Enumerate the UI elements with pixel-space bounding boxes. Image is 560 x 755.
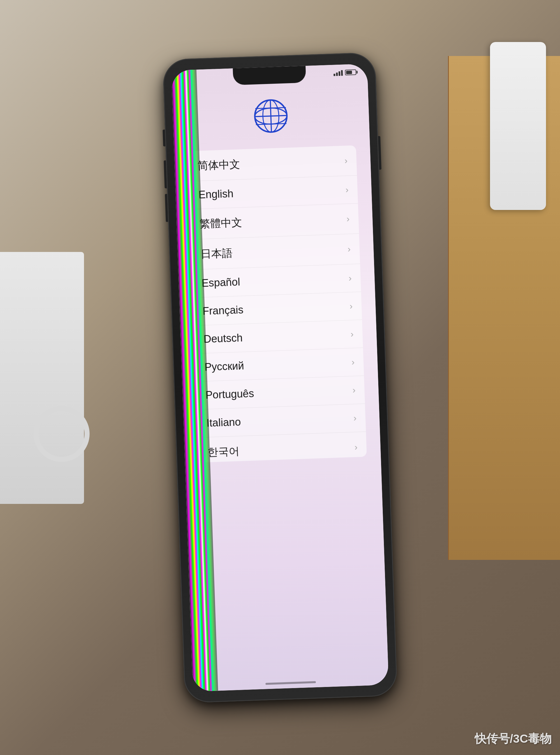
battery-fill bbox=[346, 70, 352, 74]
cable-area bbox=[28, 392, 98, 532]
language-name-russian: Русский bbox=[204, 360, 244, 373]
chevron-icon-6: › bbox=[350, 329, 354, 339]
language-name-french: Français bbox=[202, 304, 244, 317]
signal-bar-2 bbox=[336, 73, 338, 76]
language-name-simplified-chinese: 简体中文 bbox=[197, 157, 241, 173]
chevron-icon-10: › bbox=[355, 442, 358, 452]
language-name-portuguese: Português bbox=[205, 387, 254, 401]
language-name-korean: 한국어 bbox=[207, 444, 240, 460]
white-device-right bbox=[490, 42, 546, 210]
iphone-frame: 简体中文 › English › 繁體中文 › 日本語 › bbox=[162, 52, 398, 703]
iphone-screen: 简体中文 › English › 繁體中文 › 日本語 › bbox=[171, 64, 388, 691]
cable-coil bbox=[34, 406, 89, 462]
language-name-japanese: 日本語 bbox=[200, 246, 233, 261]
globe-icon bbox=[252, 97, 289, 135]
status-bar-right bbox=[334, 69, 356, 76]
iphone-device: 简体中文 › English › 繁體中文 › 日本語 › bbox=[162, 52, 398, 703]
language-list-container: 简体中文 › English › 繁體中文 › 日本語 › bbox=[188, 145, 374, 669]
signal-strength bbox=[334, 69, 343, 76]
language-item-traditional-chinese[interactable]: 繁體中文 › bbox=[190, 203, 359, 239]
chevron-icon-2: › bbox=[346, 213, 350, 224]
chevron-icon-7: › bbox=[352, 356, 355, 367]
signal-bar-1 bbox=[334, 74, 335, 76]
chevron-icon-4: › bbox=[348, 273, 352, 283]
language-name-italian: Italiano bbox=[206, 416, 241, 429]
mute-button bbox=[163, 129, 165, 146]
chevron-icon-3: › bbox=[347, 244, 351, 254]
language-item-japanese[interactable]: 日本語 › bbox=[191, 233, 360, 270]
chevron-icon-8: › bbox=[352, 385, 356, 395]
language-name-traditional-chinese: 繁體中文 bbox=[199, 215, 242, 231]
watermark: 快传号/3C毒物 bbox=[475, 731, 552, 747]
chevron-icon-5: › bbox=[349, 301, 353, 311]
globe-icon-container bbox=[252, 97, 290, 136]
language-name-spanish: Español bbox=[201, 276, 240, 289]
signal-bar-4 bbox=[341, 70, 343, 76]
chevron-icon-0: › bbox=[344, 155, 348, 166]
svg-line-5 bbox=[270, 100, 271, 132]
language-item-simplified-chinese[interactable]: 简体中文 › bbox=[188, 145, 357, 181]
chevron-icon-9: › bbox=[353, 413, 357, 423]
language-name-german: Deutsch bbox=[203, 332, 243, 345]
signal-bar-3 bbox=[339, 71, 340, 76]
language-name-english: English bbox=[198, 187, 234, 201]
notch bbox=[233, 66, 306, 85]
language-list: 简体中文 › English › 繁體中文 › 日本語 › bbox=[188, 145, 367, 463]
battery-indicator bbox=[345, 69, 356, 75]
chevron-icon-1: › bbox=[345, 184, 348, 195]
